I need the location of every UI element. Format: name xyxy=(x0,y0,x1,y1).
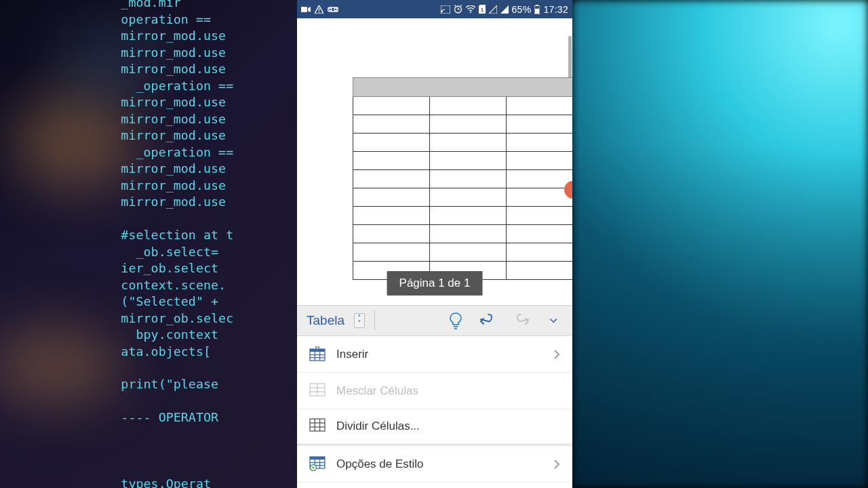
svg-line-10 xyxy=(454,5,456,7)
svg-rect-0 xyxy=(301,7,307,12)
background-code-text: _mod.mir operation == mirror_mod.use mir… xyxy=(121,0,233,488)
menu-item-style-options[interactable]: Opções de Estilo xyxy=(297,446,572,483)
split-cells-icon xyxy=(309,418,326,434)
signal-icon xyxy=(500,5,509,14)
svg-rect-16 xyxy=(535,8,539,13)
phone-screen: 1 65% 17:32 xyxy=(297,0,572,488)
insert-table-icon xyxy=(309,346,326,363)
menu-label: Mesclar Células xyxy=(336,384,560,398)
wallpaper-right xyxy=(572,0,868,488)
table-row xyxy=(353,115,573,134)
svg-point-4 xyxy=(329,8,332,11)
blur-blob xyxy=(0,325,122,407)
menu-item-merge-cells: Mesclar Células xyxy=(297,373,572,409)
document-page[interactable] xyxy=(353,77,572,280)
table-row xyxy=(353,134,573,152)
chevron-right-icon xyxy=(553,349,560,360)
sim-icon: 1 xyxy=(479,5,486,14)
table-row xyxy=(353,207,573,225)
svg-text:1: 1 xyxy=(480,7,484,13)
tab-switcher-icon[interactable]: ˄˅ xyxy=(354,313,365,328)
table-menu-panel: Inserir Mesclar Células xyxy=(297,336,572,488)
voicemail-icon xyxy=(328,6,338,13)
svg-point-43 xyxy=(313,466,315,468)
svg-rect-2 xyxy=(319,12,319,12)
menu-label: Opções de Estilo xyxy=(336,458,553,471)
table-row xyxy=(353,243,573,262)
android-status-bar: 1 65% 17:32 xyxy=(297,0,572,18)
table-header-row[interactable] xyxy=(353,78,573,97)
page-indicator-toast: Página 1 de 1 xyxy=(387,271,483,296)
battery-icon xyxy=(534,5,540,14)
undo-icon[interactable] xyxy=(475,307,502,334)
svg-point-5 xyxy=(334,8,337,11)
toolbar-divider xyxy=(374,310,375,331)
style-options-icon xyxy=(309,456,326,472)
svg-rect-1 xyxy=(319,8,319,11)
document-canvas[interactable]: Página 1 de 1 xyxy=(297,18,572,305)
blur-blob xyxy=(14,95,136,190)
ribbon-tab-label[interactable]: Tabela xyxy=(307,313,344,328)
warning-icon xyxy=(315,5,323,14)
table-row xyxy=(353,170,573,188)
menu-label: Inserir xyxy=(336,348,553,361)
cast-icon xyxy=(441,5,450,14)
chevron-right-icon xyxy=(553,459,560,470)
table-row xyxy=(353,188,573,207)
wifi-icon xyxy=(466,5,475,13)
svg-rect-20 xyxy=(310,349,325,352)
svg-rect-6 xyxy=(441,5,450,14)
table-row xyxy=(353,225,573,243)
battery-percent: 65% xyxy=(512,4,532,15)
table-row xyxy=(353,97,573,115)
svg-point-12 xyxy=(470,12,471,13)
svg-rect-31 xyxy=(310,419,325,431)
ribbon-toolbar: Tabela ˄˅ xyxy=(297,305,572,336)
document-table[interactable] xyxy=(353,77,572,280)
tell-me-icon[interactable] xyxy=(442,307,469,334)
menu-item-insert[interactable]: Inserir xyxy=(297,336,572,373)
wallpaper-left: _mod.mir operation == mirror_mod.use mir… xyxy=(0,0,297,488)
alarm-icon xyxy=(454,5,462,14)
table-row xyxy=(353,152,573,170)
menu-label: Dividir Células... xyxy=(336,420,560,433)
collapse-ribbon-icon[interactable] xyxy=(540,307,567,334)
redo-icon xyxy=(507,307,534,334)
menu-item-split-cells[interactable]: Dividir Células... xyxy=(297,409,572,446)
svg-line-11 xyxy=(460,5,462,7)
svg-rect-37 xyxy=(310,457,325,460)
clock-time: 17:32 xyxy=(543,4,568,15)
signal-empty-icon xyxy=(489,5,497,14)
merge-cells-icon xyxy=(309,383,326,399)
video-icon xyxy=(301,6,311,13)
